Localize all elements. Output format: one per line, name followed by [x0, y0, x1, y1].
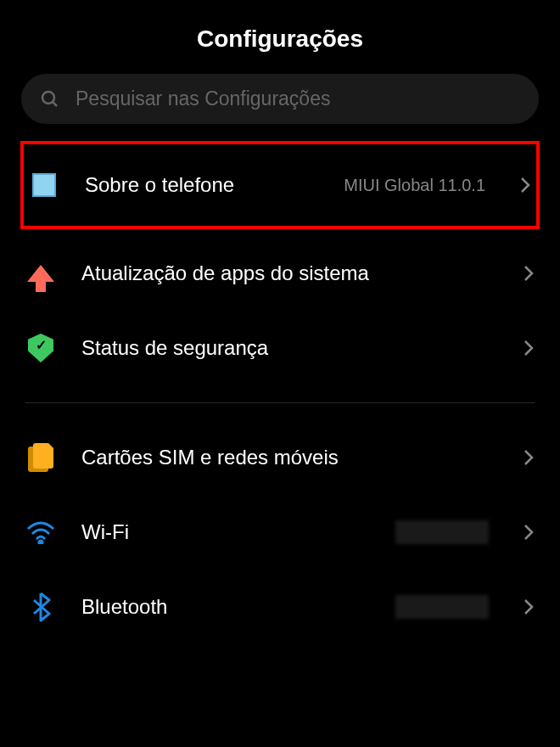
item-label: Status de segurança [81, 336, 497, 360]
chevron-right-icon [523, 601, 535, 613]
svg-point-0 [42, 92, 54, 104]
settings-item-bluetooth[interactable]: Bluetooth [0, 570, 560, 644]
item-value-redacted [395, 595, 489, 619]
settings-list-2: Cartões SIM e redes móveis Wi-Fi [0, 420, 560, 644]
section-divider [25, 402, 535, 403]
search-icon [40, 89, 60, 110]
settings-item-about-phone[interactable]: Sobre o telefone MIUI Global 11.0.1 [20, 141, 540, 229]
search-placeholder: Pesquisar nas Configurações [76, 87, 330, 110]
wifi-icon [25, 517, 56, 548]
square-icon [29, 170, 59, 200]
item-label: Sobre o telefone [85, 173, 318, 197]
shield-check-icon [25, 333, 56, 363]
settings-item-security-status[interactable]: Status de segurança [0, 311, 560, 385]
item-value-redacted [395, 520, 489, 544]
item-label: Cartões SIM e redes móveis [81, 446, 497, 469]
chevron-right-icon [523, 526, 535, 538]
page-title: Configurações [0, 25, 560, 53]
sim-icon [25, 442, 56, 473]
chevron-right-icon [519, 179, 531, 191]
chevron-right-icon [523, 267, 535, 279]
bluetooth-icon [25, 592, 56, 622]
settings-item-sim-mobile[interactable]: Cartões SIM e redes móveis [0, 420, 560, 495]
item-label: Bluetooth [81, 595, 370, 619]
item-label: Atualização de apps do sistema [81, 261, 497, 285]
arrow-up-icon [25, 258, 56, 289]
search-bar[interactable]: Pesquisar nas Configurações [21, 74, 539, 124]
chevron-right-icon [523, 452, 535, 463]
settings-item-system-apps-update[interactable]: Atualização de apps do sistema [0, 236, 560, 311]
item-value: MIUI Global 11.0.1 [344, 176, 485, 195]
settings-list-1: Sobre o telefone MIUI Global 11.0.1 Atua… [0, 141, 560, 385]
settings-item-wifi[interactable]: Wi-Fi [0, 495, 560, 570]
svg-point-2 [39, 541, 42, 544]
item-label: Wi-Fi [81, 520, 370, 544]
page-header: Configurações [0, 0, 560, 74]
svg-line-1 [53, 102, 57, 106]
chevron-right-icon [523, 342, 535, 354]
